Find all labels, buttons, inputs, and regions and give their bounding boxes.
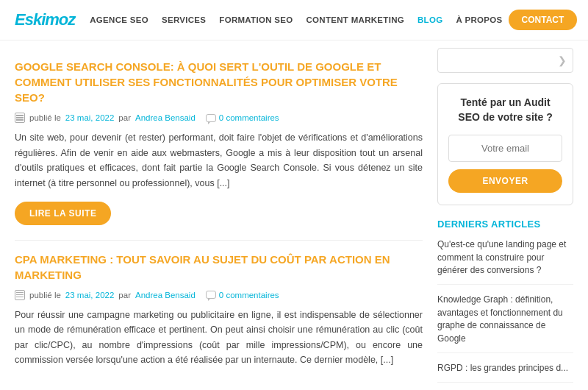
content-area: GOOGLE SEARCH CONSOLE: À QUOI SERT L'OUT… bbox=[15, 48, 423, 390]
nav-agence-seo[interactable]: AGENCE SEO bbox=[90, 15, 148, 24]
search-arrow-icon[interactable]: ❯ bbox=[558, 54, 567, 66]
article-2: CPA MARKETING : TOUT SAVOIR AU SUJET DU … bbox=[15, 241, 423, 391]
article-1-author[interactable]: Andrea Bensaid bbox=[135, 113, 196, 122]
list-item[interactable]: RGPD : les grandes principes d... bbox=[437, 362, 573, 383]
nav-content-marketing[interactable]: CONTENT MARKETING bbox=[306, 15, 404, 24]
article-2-author[interactable]: Andrea Bensaid bbox=[135, 291, 196, 299]
logo[interactable]: Eskimoz bbox=[15, 10, 75, 29]
envoyer-button[interactable]: ENVOYER bbox=[448, 169, 562, 193]
article-2-comments[interactable]: 0 commentaires bbox=[206, 291, 279, 299]
article-2-comment-count[interactable]: 0 commentaires bbox=[219, 291, 279, 299]
article-2-text: Pour réussir une campagne marketing ou p… bbox=[15, 308, 423, 369]
article-1: GOOGLE SEARCH CONSOLE: À QUOI SERT L'OUT… bbox=[15, 48, 423, 241]
article-1-comment-count[interactable]: 0 commentaires bbox=[219, 113, 279, 122]
read-more-button-1[interactable]: LIRE LA SUITE bbox=[15, 202, 111, 225]
main-layout: GOOGLE SEARCH CONSOLE: À QUOI SERT L'OUT… bbox=[0, 40, 588, 390]
nav-blog[interactable]: BLOG bbox=[417, 15, 442, 24]
article-1-text: Un site web, pour devenir (et rester) pe… bbox=[15, 130, 423, 191]
comment-bubble-icon-1 bbox=[206, 114, 216, 122]
published-prefix-2: publié le bbox=[29, 291, 61, 299]
article-1-comments[interactable]: 0 commentaires bbox=[206, 113, 279, 122]
calendar-icon-1 bbox=[15, 113, 25, 123]
calendar-icon-2 bbox=[15, 290, 25, 300]
by-label-2: par bbox=[118, 291, 131, 299]
contact-button[interactable]: CONTACT bbox=[509, 10, 578, 30]
article-1-title[interactable]: GOOGLE SEARCH CONSOLE: À QUOI SERT L'OUT… bbox=[15, 59, 423, 105]
article-2-meta: publié le 23 mai, 2022 par Andrea Bensai… bbox=[15, 290, 423, 300]
audit-box: Tenté par un Audit SEO de votre site ? E… bbox=[437, 83, 573, 205]
nav-a-propos[interactable]: À PROPOS bbox=[456, 15, 502, 24]
list-item[interactable]: Qu'est-ce qu'une landing page et comment… bbox=[437, 238, 573, 285]
by-label-1: par bbox=[118, 113, 131, 122]
search-bar[interactable]: ❯ bbox=[437, 48, 573, 73]
list-item[interactable]: Knowledge Graph : définition, avantages … bbox=[437, 294, 573, 353]
email-field[interactable] bbox=[448, 135, 562, 162]
derniers-articles-section: DERNIERS ARTICLES Qu'est-ce qu'une landi… bbox=[437, 219, 573, 383]
derniers-articles-title: DERNIERS ARTICLES bbox=[437, 219, 573, 230]
nav-services[interactable]: SERVICES bbox=[162, 15, 206, 24]
published-prefix-1: publié le bbox=[29, 113, 61, 122]
derniers-articles-list: Qu'est-ce qu'une landing page et comment… bbox=[437, 238, 573, 383]
article-1-meta: publié le 23 mai, 2022 par Andrea Bensai… bbox=[15, 113, 423, 123]
article-1-date[interactable]: 23 mai, 2022 bbox=[65, 113, 115, 122]
header: Eskimoz AGENCE SEO SERVICES FORMATION SE… bbox=[0, 0, 588, 40]
nav-formation-seo[interactable]: FORMATION SEO bbox=[219, 15, 293, 24]
main-nav: AGENCE SEO SERVICES FORMATION SEO CONTEN… bbox=[90, 15, 502, 24]
comment-bubble-icon-2 bbox=[206, 291, 216, 299]
sidebar: ❯ Tenté par un Audit SEO de votre site ?… bbox=[437, 48, 573, 390]
article-2-title[interactable]: CPA MARKETING : TOUT SAVOIR AU SUJET DU … bbox=[15, 252, 423, 283]
audit-title: Tenté par un Audit SEO de votre site ? bbox=[448, 96, 562, 124]
article-2-date[interactable]: 23 mai, 2022 bbox=[65, 291, 115, 299]
search-input[interactable] bbox=[444, 55, 558, 65]
